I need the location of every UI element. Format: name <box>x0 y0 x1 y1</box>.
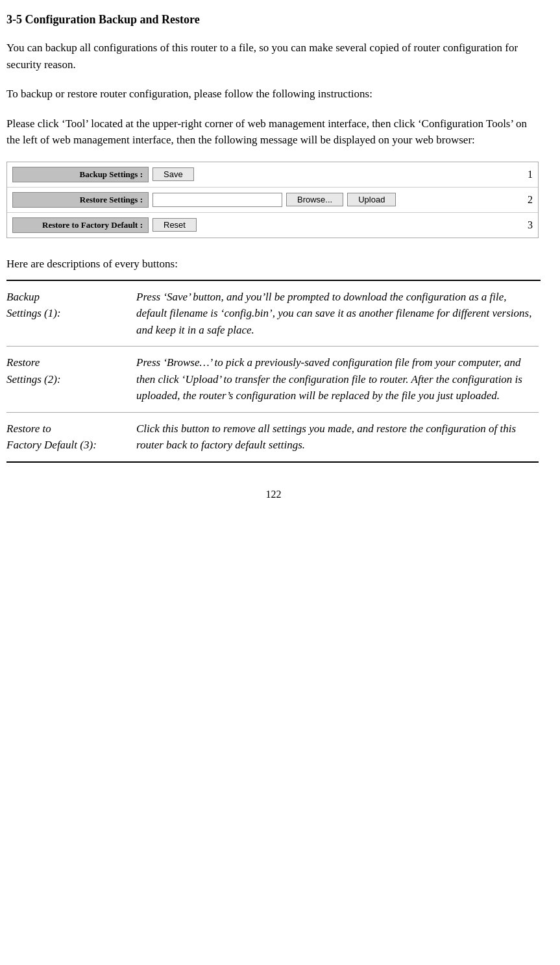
restore-settings-label: Restore Settings : <box>12 192 149 208</box>
backup-settings-label: Backup Settings : <box>12 167 149 182</box>
description-table: BackupSettings (1): Press ‘Save’ button,… <box>6 281 539 463</box>
backup-controls: Save <box>152 167 521 181</box>
browse-button[interactable]: Browse... <box>286 193 343 206</box>
save-button[interactable]: Save <box>152 167 194 181</box>
upload-button[interactable]: Upload <box>347 193 396 206</box>
restore-number: 2 <box>528 194 533 206</box>
ui-demo-box: Backup Settings : Save 1 Restore Setting… <box>6 162 539 238</box>
factory-default-label: Restore to Factory Default : <box>12 217 149 233</box>
table-row: RestoreSettings (2): Press ‘Browse…’ to … <box>6 347 539 413</box>
factory-default-row: Restore to Factory Default : Reset 3 <box>7 213 538 238</box>
page-title: 3-5 Configuration Backup and Restore <box>6 13 541 27</box>
table-row: BackupSettings (1): Press ‘Save’ button,… <box>6 281 539 347</box>
term-restore: RestoreSettings (2): <box>6 347 136 413</box>
term-factory: Restore toFactory Default (3): <box>6 412 136 462</box>
restore-controls: Browse... Upload <box>152 193 521 207</box>
restore-settings-row: Restore Settings : Browse... Upload 2 <box>7 188 538 213</box>
para-1: You can backup all configurations of thi… <box>6 40 541 73</box>
desc-backup: Press ‘Save’ button, and you’ll be promp… <box>136 281 539 347</box>
backup-settings-row: Backup Settings : Save 1 <box>7 162 538 188</box>
reset-button[interactable]: Reset <box>152 218 197 232</box>
para-2: To backup or restore router configuratio… <box>6 86 541 103</box>
desc-factory: Click this button to remove all settings… <box>136 412 539 462</box>
desc-restore: Press ‘Browse…’ to pick a previously-sav… <box>136 347 539 413</box>
para-3: Please click ‘Tool’ located at the upper… <box>6 116 541 149</box>
factory-number: 3 <box>528 219 533 231</box>
page-number: 122 <box>6 489 541 500</box>
backup-number: 1 <box>528 169 533 180</box>
desc-intro: Here are descriptions of every buttons: <box>6 258 541 271</box>
table-row: Restore toFactory Default (3): Click thi… <box>6 412 539 462</box>
term-backup: BackupSettings (1): <box>6 281 136 347</box>
factory-controls: Reset <box>152 218 521 232</box>
restore-file-input[interactable] <box>152 193 282 207</box>
